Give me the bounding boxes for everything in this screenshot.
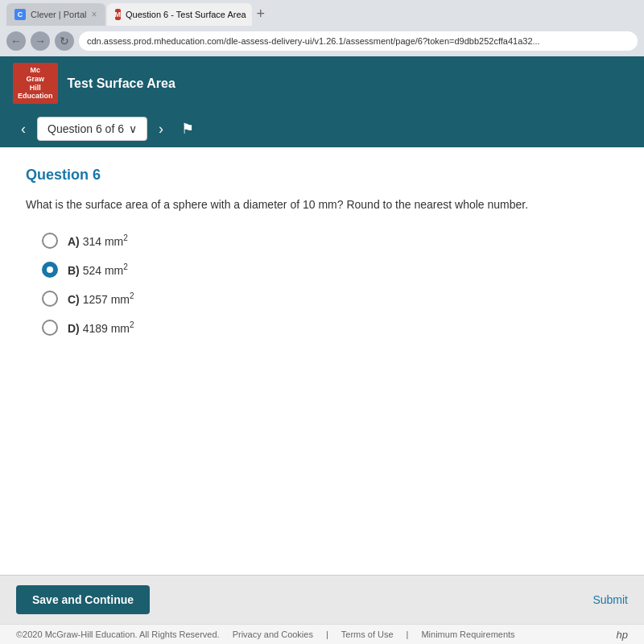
dropdown-chevron-icon: ∨ bbox=[129, 122, 137, 135]
tab-clever-portal[interactable]: C Clever | Portal × bbox=[6, 3, 105, 26]
mgh-logo: Mc Graw Hill Education bbox=[13, 63, 58, 104]
option-a[interactable]: A) 314 mm2 bbox=[42, 233, 618, 249]
address-bar[interactable]: cdn.assess.prod.mheducation.com/dle-asse… bbox=[79, 31, 638, 51]
copyright-text: ©2020 McGraw-Hill Education. All Rights … bbox=[16, 630, 220, 639]
terms-link[interactable]: Terms of Use bbox=[341, 630, 394, 639]
submit-link[interactable]: Submit bbox=[592, 593, 628, 606]
option-c[interactable]: C) 1257 mm2 bbox=[42, 291, 618, 307]
tab-close-clever[interactable]: × bbox=[92, 9, 97, 20]
radio-b-fill bbox=[47, 266, 53, 273]
save-continue-button[interactable]: Save and Continue bbox=[16, 585, 150, 614]
option-b[interactable]: B) 524 mm2 bbox=[42, 262, 618, 278]
question-title: Question 6 bbox=[26, 167, 618, 184]
tab-favicon-mh: M bbox=[115, 9, 122, 20]
separator-2: | bbox=[407, 630, 409, 639]
radio-d[interactable] bbox=[42, 320, 58, 336]
next-question-button[interactable]: › bbox=[154, 119, 168, 139]
minimum-req-link[interactable]: Minimum Requirements bbox=[421, 630, 514, 639]
hp-logo: hp bbox=[617, 629, 628, 644]
option-d[interactable]: D) 4189 mm2 bbox=[42, 320, 618, 336]
separator-1: | bbox=[326, 630, 328, 639]
address-bar-text: cdn.assess.prod.mheducation.com/dle-asse… bbox=[87, 36, 540, 46]
option-a-label: A) 314 mm2 bbox=[68, 233, 128, 248]
tab-favicon-clever: C bbox=[14, 9, 26, 20]
option-b-label: B) 524 mm2 bbox=[68, 262, 128, 277]
bookmark-icon[interactable]: ⚑ bbox=[181, 120, 194, 138]
prev-question-button[interactable]: ‹ bbox=[16, 119, 31, 139]
radio-b[interactable] bbox=[42, 262, 58, 278]
forward-button[interactable]: → bbox=[31, 31, 50, 51]
radio-c[interactable] bbox=[42, 291, 58, 307]
answer-options: A) 314 mm2 B) 524 mm2 C) 1257 mm2 bbox=[26, 233, 618, 336]
option-c-label: C) 1257 mm2 bbox=[68, 291, 134, 306]
privacy-link[interactable]: Privacy and Cookies bbox=[233, 630, 313, 639]
main-content: Question 6 What is the surface area of a… bbox=[0, 147, 644, 575]
page-wrapper: Mc Graw Hill Education Test Surface Area… bbox=[0, 56, 644, 644]
tab-surface-area[interactable]: M Question 6 - Test Surface Area × bbox=[107, 3, 252, 26]
app-header: Mc Graw Hill Education Test Surface Area bbox=[0, 56, 644, 110]
tab-label-surface-area: Question 6 - Test Surface Area bbox=[126, 10, 246, 19]
tab-add-button[interactable]: + bbox=[254, 6, 269, 23]
footer-bar: Save and Continue Submit bbox=[0, 575, 644, 624]
reload-button[interactable]: ↻ bbox=[55, 31, 74, 51]
browser-nav-bar: ← → ↻ cdn.assess.prod.mheducation.com/dl… bbox=[0, 26, 644, 56]
back-button[interactable]: ← bbox=[6, 31, 26, 51]
question-text: What is the surface area of a sphere wit… bbox=[26, 196, 618, 213]
tab-label-clever: Clever | Portal bbox=[31, 10, 87, 19]
question-selector-label: Question 6 of 6 bbox=[47, 122, 124, 135]
option-d-label: D) 4189 mm2 bbox=[68, 320, 134, 335]
app-title: Test Surface Area bbox=[68, 76, 175, 91]
copyright-bar: ©2020 McGraw-Hill Education. All Rights … bbox=[0, 624, 644, 644]
question-nav-bar: ‹ Question 6 of 6 ∨ › ⚑ bbox=[0, 110, 644, 147]
radio-a[interactable] bbox=[42, 233, 58, 249]
browser-tab-bar: C Clever | Portal × M Question 6 - Test … bbox=[0, 0, 644, 26]
question-selector-dropdown[interactable]: Question 6 of 6 ∨ bbox=[37, 117, 147, 141]
tab-close-surface-area[interactable]: × bbox=[251, 9, 252, 20]
